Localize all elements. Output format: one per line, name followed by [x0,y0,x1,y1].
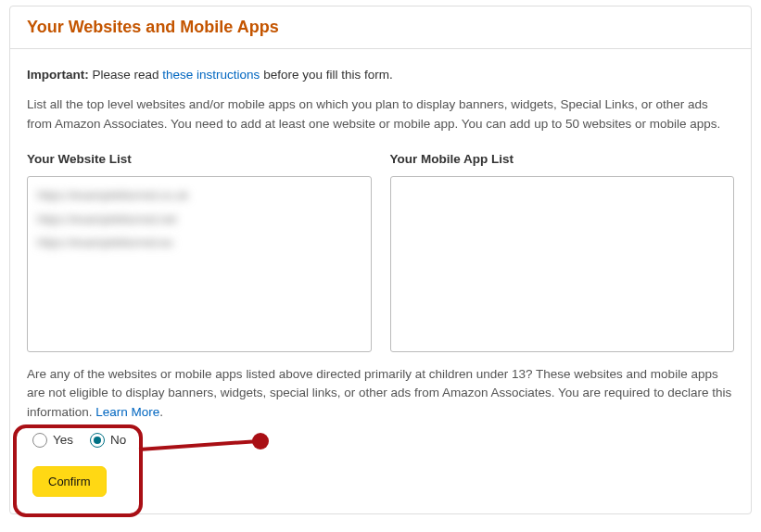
panel-body: Important: Please read these instruction… [10,49,751,513]
list-item: https://exampleblurred.eu [37,234,361,252]
description-text: List all the top level websites and/or m… [27,95,734,133]
mobile-list-col: Your Mobile App List [390,150,735,352]
mobile-list-label: Your Mobile App List [390,150,735,169]
children-question: Are any of the websites or mobile apps l… [27,365,734,422]
radio-no-label: No [110,431,126,450]
website-list-col: Your Website List https://exampleblurred… [27,150,372,352]
website-list-label: Your Website List [27,150,372,169]
learn-more-link[interactable]: Learn More [95,405,159,419]
important-line: Important: Please read these instruction… [27,66,734,84]
instructions-link[interactable]: these instructions [162,68,260,82]
websites-apps-panel: Your Websites and Mobile Apps Important:… [9,6,752,514]
radio-no[interactable]: No [90,431,126,450]
radio-icon [90,433,105,448]
lists-row: Your Website List https://exampleblurred… [27,150,734,352]
question-period: . [159,405,163,419]
important-label: Important: [27,68,89,82]
confirm-button[interactable]: Confirm [32,466,107,497]
panel-title: Your Websites and Mobile Apps [27,18,734,37]
important-post: before you fill this form. [260,68,392,82]
panel-header: Your Websites and Mobile Apps [10,6,751,49]
radio-icon [32,433,47,448]
radio-yes[interactable]: Yes [32,431,73,450]
radio-yes-label: Yes [53,431,73,450]
radio-group: Yes No [32,431,734,450]
list-item: https://exampleblurred.net [37,210,361,229]
mobile-listbox[interactable] [390,176,735,352]
website-listbox[interactable]: https://exampleblurred.co.uk https://exa… [27,176,372,352]
important-pre: Please read [89,68,163,82]
list-item: https://exampleblurred.co.uk [37,186,361,205]
